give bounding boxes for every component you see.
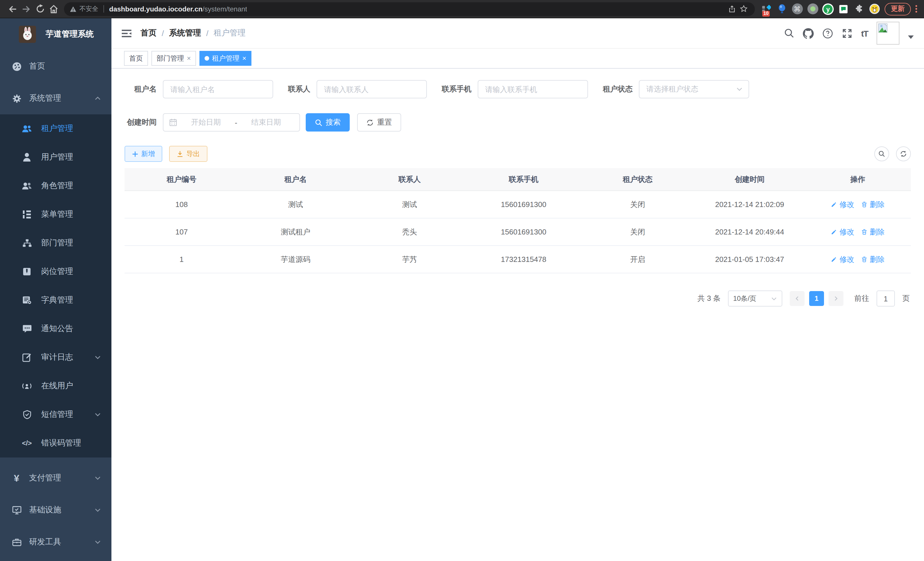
forward-icon[interactable] <box>20 2 33 16</box>
extension-command-icon[interactable]: ⌘ <box>791 3 803 15</box>
tab-dept[interactable]: 部门管理 × <box>152 51 196 66</box>
cell-tenant-id: 107 <box>124 228 238 236</box>
fullscreen-icon[interactable] <box>842 28 853 39</box>
update-button[interactable]: 更新 <box>885 3 911 15</box>
col-tenant-name: 租户名 <box>238 174 352 184</box>
sidebar-item-dept[interactable]: 部门管理 <box>0 229 111 257</box>
share-icon[interactable] <box>726 3 738 15</box>
sidebar-item-role[interactable]: 角色管理 <box>0 171 111 200</box>
cell-created: 2021-12-14 20:49:44 <box>694 228 805 236</box>
url-path: /system/tenant <box>202 5 247 13</box>
edit-icon <box>831 256 837 262</box>
add-button[interactable]: 新增 <box>124 146 162 162</box>
sidebar-item-post[interactable]: 岗位管理 <box>0 257 111 286</box>
sidebar-item-label: 字典管理 <box>41 295 73 305</box>
menu-tree-icon <box>22 210 32 219</box>
breadcrumb: 首页 / 系统管理 / 租户管理 <box>141 28 246 38</box>
search-button[interactable]: 搜索 <box>306 113 350 132</box>
extension-balloon-icon[interactable] <box>776 3 788 15</box>
sidebar-item-tenant[interactable]: 租户管理 <box>0 114 111 143</box>
security-label: 不安全 <box>80 5 98 13</box>
breadcrumb-system[interactable]: 系统管理 <box>169 28 201 38</box>
tab-tenant[interactable]: 租户管理 × <box>200 51 251 66</box>
sidebar-item-errcode[interactable]: </> 错误码管理 <box>0 429 111 457</box>
sidebar-item-system[interactable]: 系统管理 <box>0 82 111 114</box>
extension-grid-icon[interactable]: 10 <box>760 3 772 15</box>
sidebar-item-menu[interactable]: 菜单管理 <box>0 200 111 229</box>
chevron-down-icon <box>94 475 101 481</box>
sidebar-item-home[interactable]: 首页 <box>0 50 111 82</box>
delete-link[interactable]: 删除 <box>861 254 885 265</box>
next-page-button[interactable] <box>829 291 843 306</box>
refresh-table-button[interactable] <box>896 146 911 161</box>
edit-link[interactable]: 修改 <box>831 199 854 210</box>
kebab-menu-icon[interactable] <box>915 5 917 13</box>
tenant-name-input[interactable] <box>163 80 273 98</box>
sidebar-logo[interactable]: 芋道管理系统 <box>0 18 111 50</box>
mobile-label: 联系手机 <box>442 84 471 94</box>
page-content: 租户名 联系人 联系手机 租户状态 请选择租户状态 <box>111 69 924 561</box>
broken-image-icon <box>878 23 887 33</box>
status-select[interactable]: 请选择租户状态 <box>639 80 749 98</box>
site-security[interactable]: 不安全 <box>70 5 98 13</box>
edit-icon <box>831 229 837 235</box>
sidebar-menu: 首页 系统管理 租户管理 <box>0 50 111 558</box>
close-icon[interactable]: × <box>242 55 246 62</box>
sidebar-item-dict[interactable]: 字典管理 <box>0 286 111 314</box>
url-bar[interactable]: 不安全 dashboard.yudao.iocoder.cn/system/te… <box>64 2 755 16</box>
bookmark-star-icon[interactable] <box>738 3 749 15</box>
sidebar-item-user[interactable]: 用户管理 <box>0 143 111 171</box>
search-icon[interactable] <box>784 28 794 38</box>
github-icon[interactable] <box>803 28 814 39</box>
reload-icon[interactable] <box>33 2 47 16</box>
sidebar-item-devtools[interactable]: 研发工具 <box>0 526 111 558</box>
avatar-dropdown-caret[interactable] <box>908 35 914 39</box>
page-number-button[interactable]: 1 <box>809 291 824 306</box>
close-icon[interactable]: × <box>187 55 191 62</box>
extension-record-icon[interactable] <box>807 3 818 15</box>
hamburger-icon[interactable] <box>122 29 131 38</box>
create-time-range-picker[interactable]: 开始日期 - 结束日期 <box>163 113 300 132</box>
total-count: 共 3 条 <box>698 293 721 304</box>
sidebar-item-infra[interactable]: 基础设施 <box>0 494 111 526</box>
tenants-icon <box>22 124 32 133</box>
edit-link[interactable]: 修改 <box>831 254 854 265</box>
audit-log-icon <box>22 353 32 362</box>
mobile-input[interactable] <box>478 80 588 98</box>
edit-icon <box>831 201 837 208</box>
delete-link[interactable]: 删除 <box>861 199 885 210</box>
gear-icon <box>11 93 22 103</box>
col-actions: 操作 <box>805 174 911 184</box>
contact-label: 联系人 <box>288 84 310 94</box>
extension-y-icon[interactable]: y <box>822 3 834 15</box>
goto-page-input[interactable] <box>877 290 895 307</box>
prev-page-button[interactable] <box>790 291 805 306</box>
sidebar-item-notice[interactable]: 通知公告 <box>0 314 111 343</box>
profile-avatar-icon[interactable] <box>868 3 880 15</box>
breadcrumb-home[interactable]: 首页 <box>141 28 157 38</box>
extension-chat-icon[interactable] <box>838 3 849 15</box>
font-size-icon[interactable]: tT <box>861 28 868 38</box>
sidebar-item-pay[interactable]: ¥ 支付管理 <box>0 462 111 494</box>
dictionary-icon <box>22 296 32 305</box>
tab-home[interactable]: 首页 <box>124 51 148 66</box>
cell-created: 2021-12-14 21:02:09 <box>694 200 805 209</box>
puzzle-icon[interactable] <box>853 3 865 15</box>
home-icon[interactable] <box>47 2 61 16</box>
sidebar-item-online-users[interactable]: 在线用户 <box>0 372 111 400</box>
sidebar-item-label: 岗位管理 <box>41 266 73 277</box>
sidebar-item-audit-log[interactable]: 审计日志 <box>0 343 111 372</box>
export-button[interactable]: 导出 <box>169 146 207 162</box>
reset-button[interactable]: 重置 <box>357 113 401 132</box>
contact-input[interactable] <box>316 80 427 98</box>
toggle-search-button[interactable] <box>874 146 889 161</box>
page-unit-label: 页 <box>902 293 910 304</box>
delete-link[interactable]: 删除 <box>861 227 885 237</box>
page-size-select[interactable]: 10条/页 <box>728 290 782 307</box>
edit-link[interactable]: 修改 <box>831 227 854 237</box>
help-icon[interactable] <box>822 28 833 39</box>
user-avatar[interactable] <box>877 22 899 45</box>
filter-contact: 联系人 <box>288 80 427 98</box>
sidebar-item-sms[interactable]: 短信管理 <box>0 400 111 429</box>
back-icon[interactable] <box>6 2 20 16</box>
